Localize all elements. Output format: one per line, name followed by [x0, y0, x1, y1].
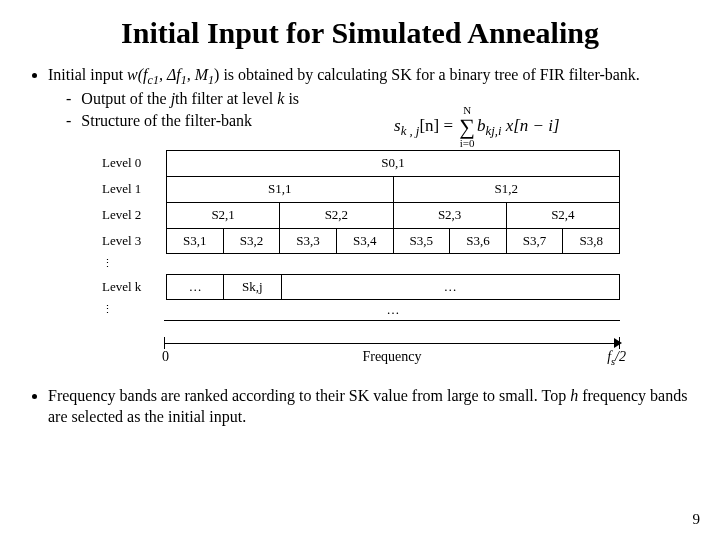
cell: S3,2 [223, 229, 280, 253]
vdots-icon: ⋮ [100, 300, 166, 320]
bullet-1: Initial input w(fc1, Δf1, M1) is obtaine… [48, 64, 692, 132]
sub-bullet-2: Structure of the filter-bank [66, 110, 692, 132]
page-title: Initial Input for Simulated Annealing [28, 16, 692, 50]
axis-freq-label: Frequency [164, 349, 620, 365]
axis-fs-label: fs/2 [607, 349, 626, 365]
text: th filter at level [175, 90, 277, 107]
cell: S3,6 [449, 229, 506, 253]
var-w: w(fc1, Δf1, M1 [127, 66, 214, 83]
eq-bsub: kj,i [486, 124, 502, 138]
cell: S2,2 [279, 203, 392, 228]
equation: sk , j[n] = N∑i=0bkj,i x[n − i] [394, 105, 560, 149]
bullet-list: Initial input w(fc1, Δf1, M1) is obtaine… [34, 64, 692, 132]
level-label: Level 1 [100, 176, 166, 202]
page-number: 9 [693, 511, 701, 528]
diagram-row-k: Level k … Sk,j … [100, 274, 620, 300]
text: Output of the [81, 90, 170, 107]
cell: S2,4 [506, 203, 620, 228]
text: Frequency bands are ranked according to … [48, 387, 570, 404]
text: , M [187, 66, 208, 83]
sub-bullet-1: Output of the jth filter at level k is [66, 88, 692, 110]
text: Initial input [48, 66, 127, 83]
filter-bank-diagram: Level 0 S0,1 Level 1 S1,1 S1,2 Level 2 S… [100, 150, 620, 363]
diagram-baseline [164, 320, 620, 321]
cell: S3,1 [166, 229, 223, 253]
sum-icon: N∑i=0 [459, 105, 475, 149]
bullet-list-2: Frequency bands are ranked according to … [34, 385, 692, 428]
sigma-icon: ∑ [459, 114, 475, 139]
arrow-right-icon [614, 338, 622, 348]
vdots-row: ⋮ [100, 254, 620, 274]
cell: S1,1 [166, 177, 393, 202]
cell-label: S0,1 [381, 155, 404, 171]
diagram-row-1: Level 1 S1,1 S1,2 [100, 176, 620, 202]
eq-b: b [477, 116, 486, 135]
bullet-2: Frequency bands are ranked according to … [48, 385, 692, 428]
var-h: h [570, 387, 578, 404]
cell: S3,8 [562, 229, 620, 253]
axis-tick [619, 337, 620, 349]
diagram-row-2: Level 2 S2,1 S2,2 S2,3 S2,4 [100, 202, 620, 228]
cell: S3,3 [279, 229, 336, 253]
text: ) is obtained by calculating SK for a bi… [214, 66, 640, 83]
frequency-axis: 0 Frequency fs/2 [164, 327, 620, 363]
diagram-row-0: Level 0 S0,1 [100, 150, 620, 176]
cell: S3,7 [506, 229, 563, 253]
level-label: Level 0 [100, 150, 166, 176]
cell: … [281, 275, 621, 299]
hdots-icon: … [166, 302, 620, 318]
cell: S0,1 [166, 151, 620, 176]
cell: Sk,j [223, 275, 280, 299]
level-label: Level k [100, 274, 166, 300]
cell: … [166, 275, 223, 299]
eq-s: s [394, 116, 401, 135]
vdots-row-2: ⋮ … [100, 300, 620, 320]
text: , Δf [159, 66, 181, 83]
cell: S3,5 [393, 229, 450, 253]
cell: S1,2 [393, 177, 621, 202]
level-label: Level 2 [100, 202, 166, 228]
text: w(f [127, 66, 147, 83]
diagram-row-3: Level 3 S3,1 S3,2 S3,3 S3,4 S3,5 S3,6 S3… [100, 228, 620, 254]
cell: S2,3 [393, 203, 506, 228]
level-label: Level 3 [100, 228, 166, 254]
sum-bot: i=0 [460, 137, 475, 149]
axis-tick [164, 337, 165, 349]
sub-bullets: Output of the jth filter at level k is S… [66, 88, 692, 132]
eq-n: [n] = [419, 116, 457, 135]
axis-line [164, 343, 620, 344]
sub: c1 [148, 73, 159, 87]
eq-x: x[n − i] [501, 116, 559, 135]
text: is [284, 90, 299, 107]
vdots-icon: ⋮ [100, 254, 166, 274]
eq-sub: k , j [401, 124, 420, 138]
cell: S3,4 [336, 229, 393, 253]
cell: S2,1 [166, 203, 279, 228]
